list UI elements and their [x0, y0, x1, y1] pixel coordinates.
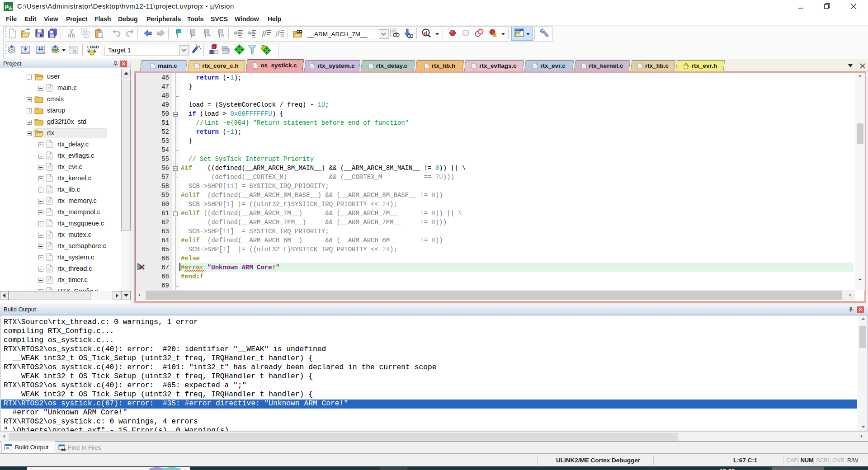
svg-text:5: 5	[10, 7, 13, 11]
svg-text:d: d	[424, 29, 428, 36]
svg-text:µ: µ	[5, 3, 8, 9]
svg-text:LOAD: LOAD	[87, 45, 99, 49]
